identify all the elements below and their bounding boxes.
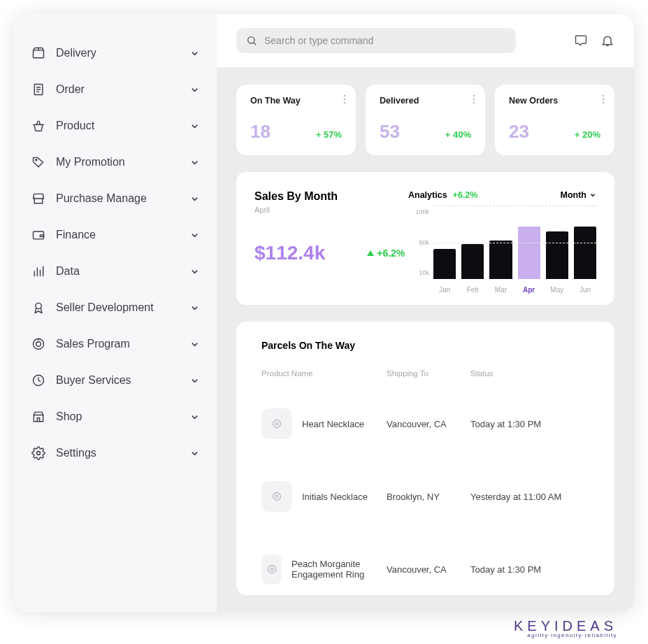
- basket-icon: [31, 118, 46, 134]
- search-icon: [246, 35, 257, 46]
- svg-point-23: [344, 95, 346, 97]
- stat-card: On The Way18+ 57%: [236, 85, 356, 155]
- table-row[interactable]: Heart NecklaceVancouver, CAToday at 1:30…: [261, 387, 589, 460]
- analytics-growth: +6.2%: [453, 190, 478, 200]
- stat-title: On The Way: [250, 96, 342, 106]
- svg-point-27: [473, 99, 475, 101]
- table-row[interactable]: Initials NecklaceBrooklyn, NYYesterday a…: [261, 460, 589, 533]
- stat-value: 53: [380, 121, 400, 143]
- chevron-down-icon: [189, 230, 200, 241]
- stat-growth: + 57%: [316, 129, 342, 140]
- chevron-down-icon: [189, 303, 200, 313]
- svg-point-20: [37, 452, 41, 455]
- svg-point-26: [473, 95, 475, 97]
- table-row[interactable]: Art Deco Style Engagement RingBrooklyn, …: [261, 606, 589, 612]
- status-time: Yesterday at 11:00 AM: [470, 492, 589, 502]
- status-time: Today at 1:30 PM: [470, 419, 589, 429]
- y-tick: 10k: [408, 269, 429, 276]
- chevron-down-icon: [189, 85, 200, 95]
- parcels-card: Parcels On The Way Product Name Shipping…: [236, 322, 614, 595]
- more-icon[interactable]: [602, 94, 605, 104]
- sidebar-item-my-promotion[interactable]: My Promotion: [24, 144, 207, 180]
- parcels-title: Parcels On The Way: [261, 340, 589, 351]
- svg-point-21: [248, 37, 254, 43]
- chevron-down-icon: [189, 157, 200, 168]
- sidebar-item-data[interactable]: Data: [24, 253, 207, 289]
- sidebar-item-delivery[interactable]: Delivery: [24, 35, 207, 71]
- tag-icon: [31, 155, 46, 170]
- sidebar-item-label: Buyer Services: [56, 374, 131, 387]
- chevron-down-icon: [189, 448, 200, 459]
- chevron-down-icon: [189, 339, 200, 350]
- svg-point-33: [273, 420, 281, 428]
- y-tick: 50k: [408, 239, 429, 246]
- more-icon[interactable]: [343, 94, 346, 104]
- svg-point-24: [344, 99, 346, 101]
- col-status: Status: [470, 369, 589, 378]
- sidebar-item-finance[interactable]: Finance: [24, 217, 207, 253]
- period-picker[interactable]: Month: [561, 190, 596, 200]
- bars-icon: [31, 264, 46, 279]
- product-name: Heart Necklace: [302, 419, 364, 429]
- sidebar-item-product[interactable]: Product: [24, 108, 207, 144]
- chevron-down-icon: [589, 192, 596, 199]
- svg-point-36: [275, 495, 278, 498]
- sidebar-item-label: Finance: [56, 229, 96, 241]
- sidebar-item-label: Delivery: [56, 47, 96, 59]
- svg-marker-32: [367, 250, 374, 256]
- sidebar-item-label: Order: [56, 83, 85, 96]
- chevron-down-icon: [189, 194, 200, 204]
- x-tick: Apr: [518, 286, 540, 294]
- product-thumbnail: [261, 481, 292, 512]
- col-shipping: Shipping To: [387, 369, 470, 378]
- sidebar-item-seller-development[interactable]: Seller Development: [24, 289, 207, 326]
- sidebar-item-label: Settings: [56, 447, 96, 459]
- search-box[interactable]: [236, 28, 516, 53]
- svg-rect-0: [34, 50, 44, 58]
- svg-point-35: [273, 493, 281, 501]
- bell-icon[interactable]: [600, 34, 614, 48]
- table-row[interactable]: Peach Morganite Engagement RingVancouver…: [261, 533, 589, 606]
- sales-card: Sales By Month April $112.4k +6.2% Analy…: [236, 172, 614, 305]
- chart-bar[interactable]: [574, 227, 596, 279]
- stat-growth: + 20%: [575, 129, 600, 140]
- status-time: Today at 1:30 PM: [470, 564, 589, 575]
- sidebar-item-purchase-manage[interactable]: Purchase Manage: [24, 180, 207, 217]
- sidebar-item-label: Purchase Manage: [56, 192, 147, 205]
- chart-bar[interactable]: [461, 244, 484, 280]
- receipt-icon: [31, 82, 46, 97]
- content: On The Way18+ 57%Delivered53+ 40%New Ord…: [217, 68, 634, 612]
- sidebar-item-shop[interactable]: Shop: [24, 399, 207, 435]
- sidebar-item-buyer-services[interactable]: Buyer Services: [24, 362, 207, 399]
- store-icon: [31, 191, 46, 206]
- x-tick: Jan: [433, 286, 456, 294]
- stat-value: 23: [509, 121, 529, 143]
- sidebar-item-label: Seller Development: [56, 301, 154, 314]
- chevron-down-icon: [189, 375, 200, 386]
- col-product: Product Name: [261, 369, 387, 378]
- clock-icon: [31, 373, 46, 388]
- main: On The Way18+ 57%Delivered53+ 40%New Ord…: [217, 14, 634, 612]
- analytics-label: Analytics: [408, 190, 447, 200]
- chevron-down-icon: [189, 121, 200, 131]
- svg-point-38: [271, 568, 273, 571]
- chart-bar[interactable]: [546, 231, 568, 279]
- chart-bar[interactable]: [489, 241, 512, 279]
- chat-icon[interactable]: [574, 34, 588, 48]
- app-frame: DeliveryOrderProductMy PromotionPurchase…: [14, 14, 634, 612]
- sidebar-item-settings[interactable]: Settings: [24, 435, 207, 471]
- sales-chart: 100k50k10k: [408, 206, 596, 279]
- sales-amount: $112.4k: [254, 242, 325, 264]
- sidebar-item-order[interactable]: Order: [24, 71, 207, 108]
- wallet-icon: [31, 227, 46, 243]
- more-icon[interactable]: [473, 94, 475, 104]
- x-tick: Mar: [489, 286, 512, 294]
- search-input[interactable]: [264, 35, 506, 46]
- chevron-down-icon: [189, 266, 200, 277]
- chart-bar[interactable]: [433, 249, 456, 280]
- sidebar-item-sales-program[interactable]: Sales Program: [24, 326, 207, 362]
- chart-bar[interactable]: [518, 227, 540, 279]
- y-tick: 100k: [408, 208, 429, 215]
- badge-icon: [31, 300, 46, 315]
- sales-period: April: [254, 206, 401, 214]
